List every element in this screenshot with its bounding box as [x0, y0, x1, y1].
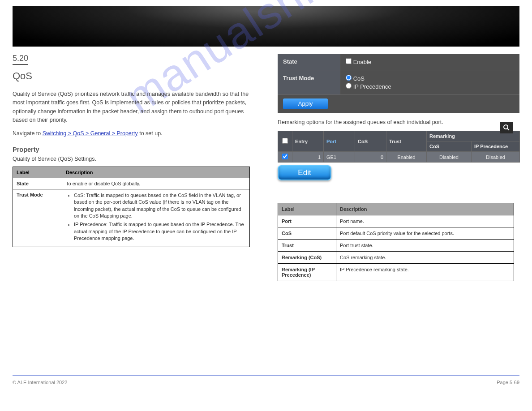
cell-desc: To enable or disable QoS globally.	[62, 178, 250, 189]
search-icon[interactable]	[500, 122, 513, 133]
table-row: Trust Port trust state.	[278, 240, 514, 252]
cell-desc: CoS remarking state.	[336, 252, 514, 264]
table-header-row: Label Description	[13, 167, 250, 178]
port-grid-wrap: Entry Port CoS Trust Remarking CoS IP Pr…	[278, 131, 519, 180]
right-column: State Enable Trust Mode CoS	[278, 54, 519, 281]
cell-label: State	[13, 178, 62, 189]
col-remarking-ipp: IP Precedence	[472, 141, 520, 152]
table-row: Port Port name.	[278, 215, 514, 227]
cell-label: Trust	[278, 240, 336, 252]
section-title: QoS	[13, 70, 258, 82]
table-row: State To enable or disable QoS globally.	[13, 178, 250, 189]
cell-desc: Port name.	[336, 215, 514, 227]
col-label: Label	[278, 203, 336, 215]
row-rmk-ipp: Disabled	[472, 152, 520, 163]
subsection-heading: Property	[13, 146, 258, 153]
row-port: GE1	[324, 152, 355, 163]
trust-mode-item-cos: CoS: Traffic is mapped to queues based o…	[74, 192, 246, 220]
top-banner	[13, 6, 519, 47]
grid-header-row-1: Entry Port CoS Trust Remarking	[278, 131, 520, 141]
cell-desc: CoS: Traffic is mapped to queues based o…	[62, 189, 250, 247]
trust-cos-option[interactable]: CoS	[346, 75, 514, 82]
state-enable-checkbox[interactable]	[346, 58, 352, 64]
trust-mode-item-ipprec: IP Precedence: Traffic is mapped to queu…	[74, 221, 246, 242]
qos-state-table: Label Description State To enable or dis…	[13, 167, 250, 247]
left-column: 5.20 QoS Quality of Service (QoS) priori…	[13, 54, 258, 247]
trust-cos-text: CoS	[353, 75, 365, 82]
col-entry: Entry	[292, 131, 324, 152]
row-select[interactable]	[278, 152, 292, 163]
state-enable-text: Enable	[353, 59, 371, 65]
apply-button[interactable]: Apply	[283, 98, 328, 109]
cell-desc: IP Precedence remarking state.	[336, 264, 514, 281]
page-footer: © ALE International 2022 Page 5-69	[13, 375, 519, 385]
col-trust: Trust	[386, 131, 427, 152]
trust-ipprec-option[interactable]: IP Precedence	[346, 83, 514, 90]
intro-paragraph-1: Quality of Service (QoS) prioritizes net…	[13, 90, 258, 125]
state-enable-option[interactable]: Enable	[346, 58, 514, 65]
table-row: Trust Mode CoS: Traffic is mapped to que…	[13, 189, 250, 247]
col-port[interactable]: Port	[324, 131, 355, 152]
cell-label: Remarking (IP Precedence)	[278, 264, 336, 281]
row-rmk-cos: Disabled	[427, 152, 472, 163]
cell-label: Port	[278, 215, 336, 227]
section-number: 5.20	[13, 54, 28, 65]
nav-path-link[interactable]: Switching > QoS > General > Property	[43, 130, 138, 137]
col-description: Description	[336, 203, 514, 215]
cell-desc: Port default CoS priority value for the …	[336, 227, 514, 240]
col-select	[278, 131, 292, 152]
col-label: Label	[13, 167, 62, 178]
table-row: Remarking (CoS) CoS remarking state.	[278, 252, 514, 264]
edit-button[interactable]: Edit	[278, 165, 331, 180]
settings-row-trust: Trust Mode CoS IP Precedence	[278, 70, 519, 95]
svg-line-1	[507, 128, 509, 130]
subsection-sub: Quality of Service (QoS) Settings.	[13, 156, 258, 162]
trust-cos-radio[interactable]	[346, 75, 352, 81]
intro2-post: to set up.	[138, 130, 163, 137]
col-description: Description	[62, 167, 250, 178]
section-intro: Quality of Service (QoS) prioritizes net…	[13, 90, 258, 138]
trust-ipprec-radio[interactable]	[346, 83, 352, 89]
row-trust: Enabled	[386, 152, 427, 163]
table-header-row: Label Description	[278, 203, 514, 215]
svg-point-0	[504, 125, 508, 129]
trust-label: Trust Mode	[278, 70, 340, 94]
cell-label: Trust Mode	[13, 189, 62, 247]
intro-paragraph-2: Navigate to Switching > QoS > General > …	[13, 129, 258, 138]
table-row: CoS Port default CoS priority value for …	[278, 227, 514, 240]
row-cos: 0	[355, 152, 386, 163]
trust-value: CoS IP Precedence	[340, 70, 519, 94]
table-row: Remarking (IP Precedence) IP Precedence …	[278, 264, 514, 281]
port-definition-table: Label Description Port Port name. CoS Po…	[278, 203, 514, 281]
settings-row-state: State Enable	[278, 54, 519, 70]
port-caption: Remarking options for the assigned queue…	[278, 119, 519, 125]
apply-wrap: Apply	[278, 95, 519, 113]
intro2-pre: Navigate to	[13, 130, 43, 137]
state-value: Enable	[340, 54, 519, 70]
col-cos: CoS	[355, 131, 386, 152]
cell-desc: Port trust state.	[336, 240, 514, 252]
port-grid: Entry Port CoS Trust Remarking CoS IP Pr…	[278, 131, 520, 163]
cell-label: CoS	[278, 227, 336, 240]
footer-left: © ALE International 2022	[13, 380, 67, 385]
trust-ipprec-text: IP Precedence	[353, 83, 391, 90]
select-all-checkbox[interactable]	[282, 138, 288, 144]
qos-settings-panel: State Enable Trust Mode CoS	[278, 54, 519, 113]
row-checkbox[interactable]	[282, 154, 288, 159]
row-entry: 1	[292, 152, 324, 163]
footer-right: Page 5-69	[497, 380, 519, 385]
col-remarking-cos: CoS	[427, 141, 472, 152]
cell-label: Remarking (CoS)	[278, 252, 336, 264]
state-label: State	[278, 54, 340, 70]
grid-row[interactable]: 1 GE1 0 Enabled Disabled Disabled	[278, 152, 520, 163]
